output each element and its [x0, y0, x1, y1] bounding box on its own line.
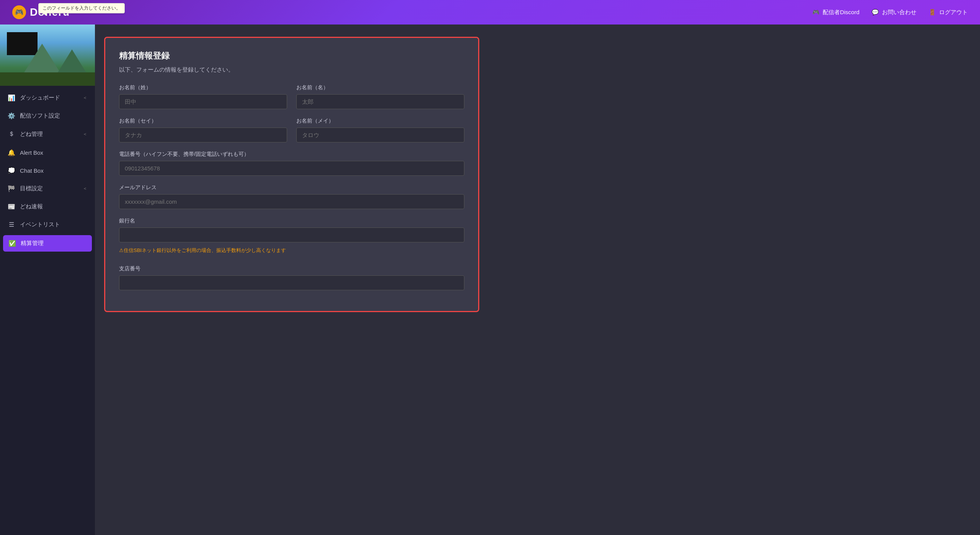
event-list-icon: ☰ — [8, 221, 15, 228]
sidebar-item-chat-box[interactable]: 💭 Chat Box — [0, 162, 95, 180]
goal-settings-icon: 🏁 — [8, 185, 15, 192]
email-label: メールアドレス — [119, 184, 464, 191]
chat-box-icon: 💭 — [8, 167, 15, 174]
last-name-group: お名前（姓） — [119, 84, 287, 109]
email-input[interactable] — [119, 194, 464, 209]
sidebar-item-goal-settings[interactable]: 🏁 目標設定 ＜ — [0, 180, 95, 198]
last-name-kana-group: お名前（セイ） — [119, 118, 287, 142]
sidebar-item-alert-box[interactable]: 🔔 Alert Box — [0, 144, 95, 162]
form-title: 精算情報登録 — [119, 50, 464, 62]
thumbnail-mountain-2 — [57, 49, 87, 74]
chat-box-label: Chat Box — [20, 167, 44, 174]
stream-settings-label: 配信ソフト設定 — [20, 112, 60, 119]
header-nav: 🎮 配信者Discord 💬 お問い合わせ 🚪 ログアウト — [812, 9, 968, 16]
first-name-input[interactable] — [296, 94, 464, 109]
first-name-kana-input[interactable] — [296, 128, 464, 142]
logout-link[interactable]: 🚪 ログアウト — [929, 9, 968, 16]
contact-icon: 💬 — [872, 9, 879, 16]
stream-settings-icon: ⚙️ — [8, 112, 15, 119]
bank-warning: ⚠住信SBIネット銀行以外をご利用の場合、振込手数料が少し高くなります — [119, 247, 464, 254]
branch-number-label: 支店番号 — [119, 265, 464, 272]
dashboard-icon: 📊 — [8, 94, 15, 101]
tooltip-box: このフィールドを入力してください。 — [38, 3, 125, 13]
email-row: メールアドレス — [119, 184, 464, 209]
dashboard-chevron: ＜ — [83, 95, 87, 101]
dashboard-label: ダッシュボード — [20, 94, 60, 101]
done-management-label: どね管理 — [20, 131, 43, 138]
bank-name-label: 銀行名 — [119, 218, 464, 224]
phone-input[interactable] — [119, 161, 464, 176]
last-name-kana-input[interactable] — [119, 128, 287, 142]
logout-label: ログアウト — [939, 9, 968, 16]
sidebar: 📊 ダッシュボード ＜ ⚙️ 配信ソフト設定 ＄ どね管理 ＜ — [0, 25, 95, 535]
main-content: 精算情報登録 以下、フォームの情報を登録してください。 お名前（姓） お名前（名… — [95, 25, 980, 535]
discord-label: 配信者Discord — [823, 9, 859, 16]
email-group: メールアドレス — [119, 184, 464, 209]
sidebar-item-dashboard[interactable]: 📊 ダッシュボード ＜ — [0, 89, 95, 107]
bank-name-row: 銀行名 ⚠住信SBIネット銀行以外をご利用の場合、振込手数料が少し高くなります — [119, 218, 464, 257]
alert-box-label: Alert Box — [20, 149, 43, 156]
discord-icon: 🎮 — [812, 9, 820, 16]
branch-number-row: 支店番号 — [119, 265, 464, 290]
kana-name-row: お名前（セイ） お名前（メイ） — [119, 118, 464, 142]
event-list-label: イベントリスト — [20, 221, 60, 228]
done-management-icon: ＄ — [8, 130, 15, 138]
branch-number-input[interactable] — [119, 275, 464, 290]
bank-name-group: 銀行名 ⚠住信SBIネット銀行以外をご利用の場合、振込手数料が少し高くなります — [119, 218, 464, 257]
alert-box-icon: 🔔 — [8, 149, 15, 156]
done-management-chevron: ＜ — [83, 131, 87, 137]
thumbnail-ground — [0, 72, 95, 86]
contact-link[interactable]: 💬 お問い合わせ — [872, 9, 916, 16]
sidebar-item-done-news[interactable]: 📰 どね速報 — [0, 198, 95, 216]
header: 🎮 Doneru 🎮 配信者Discord 💬 お問い合わせ 🚪 ログアウト — [0, 0, 980, 25]
thumbnail-mountain-1 — [23, 44, 61, 74]
first-name-label: お名前（名） — [296, 84, 464, 91]
name-row: お名前（姓） お名前（名） — [119, 84, 464, 109]
logout-icon: 🚪 — [929, 9, 936, 16]
form-panel: 精算情報登録 以下、フォームの情報を登録してください。 お名前（姓） お名前（名… — [104, 37, 479, 312]
payment-management-label: 精算管理 — [21, 240, 44, 247]
bank-name-input[interactable] — [119, 227, 464, 242]
sidebar-item-payment-management[interactable]: ✅ 精算管理 — [3, 235, 92, 252]
logo-icon: 🎮 — [12, 5, 26, 19]
discord-link[interactable]: 🎮 配信者Discord — [812, 9, 859, 16]
first-name-kana-label: お名前（メイ） — [296, 118, 464, 124]
first-name-kana-group: お名前（メイ） — [296, 118, 464, 142]
last-name-label: お名前（姓） — [119, 84, 287, 91]
goal-settings-label: 目標設定 — [20, 185, 43, 192]
done-news-icon: 📰 — [8, 203, 15, 210]
last-name-kana-label: お名前（セイ） — [119, 118, 287, 124]
layout: 📊 ダッシュボード ＜ ⚙️ 配信ソフト設定 ＄ どね管理 ＜ — [0, 25, 980, 535]
sidebar-item-stream-settings[interactable]: ⚙️ 配信ソフト設定 — [0, 107, 95, 125]
payment-management-icon: ✅ — [8, 240, 16, 247]
last-name-input[interactable] — [119, 94, 287, 109]
contact-label: お問い合わせ — [882, 9, 916, 16]
form-subtitle: 以下、フォームの情報を登録してください。 — [119, 66, 464, 74]
stream-thumbnail — [0, 25, 95, 86]
done-news-label: どね速報 — [20, 203, 43, 210]
branch-number-group: 支店番号 — [119, 265, 464, 290]
sidebar-item-done-management[interactable]: ＄ どね管理 ＜ — [0, 125, 95, 144]
phone-label: 電話番号（ハイフン不要、携帯/固定電話いずれも可） — [119, 151, 464, 158]
sidebar-item-event-list[interactable]: ☰ イベントリスト — [0, 216, 95, 234]
phone-row: 電話番号（ハイフン不要、携帯/固定電話いずれも可） — [119, 151, 464, 176]
goal-settings-chevron: ＜ — [83, 185, 87, 192]
phone-group: 電話番号（ハイフン不要、携帯/固定電話いずれも可） — [119, 151, 464, 176]
sidebar-nav: 📊 ダッシュボード ＜ ⚙️ 配信ソフト設定 ＄ どね管理 ＜ — [0, 86, 95, 535]
first-name-group: お名前（名） — [296, 84, 464, 109]
